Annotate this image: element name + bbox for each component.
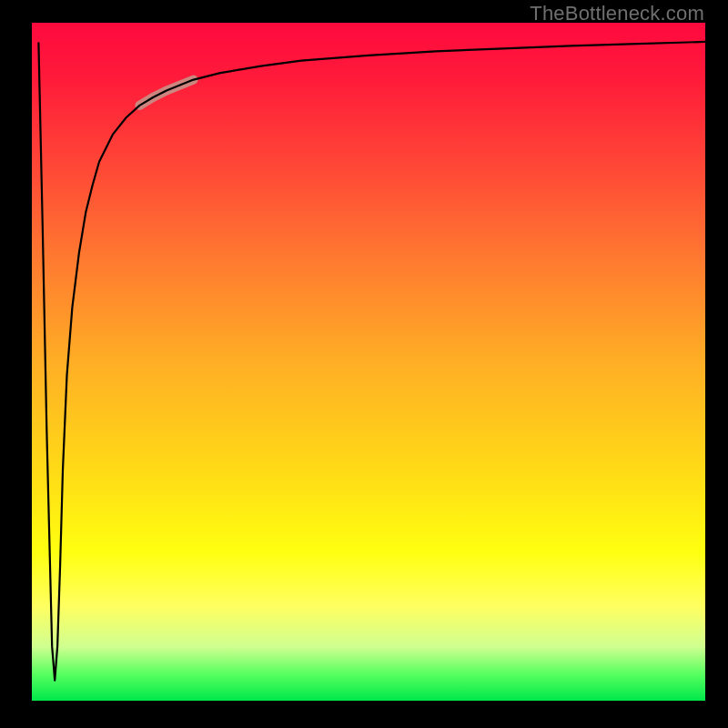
chart-frame: TheBottleneck.com — [0, 0, 728, 728]
plot-area — [32, 23, 705, 701]
curve-svg — [32, 23, 705, 701]
bottleneck-curve — [38, 42, 705, 681]
watermark-text: TheBottleneck.com — [530, 2, 704, 25]
